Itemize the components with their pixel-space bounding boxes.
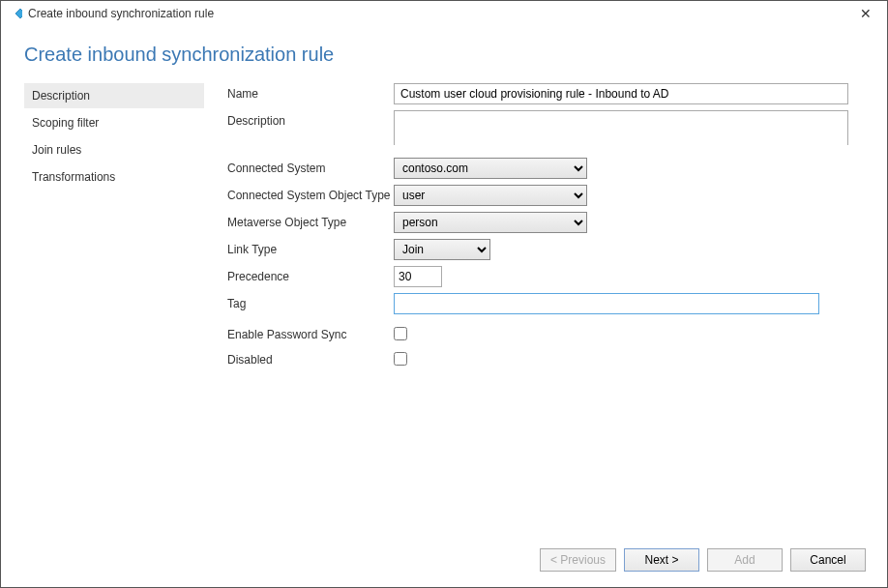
app-icon [9, 7, 22, 20]
connected-system-object-type-label: Connected System Object Type [227, 185, 394, 202]
connected-system-select[interactable]: contoso.com [394, 158, 587, 179]
add-button[interactable]: Add [707, 548, 783, 572]
sidebar-item-label: Transformations [32, 170, 115, 184]
button-bar: < Previous Next > Add Cancel [540, 548, 866, 572]
connected-system-object-type-select[interactable]: user [394, 185, 587, 206]
svg-rect-0 [15, 9, 22, 18]
sidebar-item-join-rules[interactable]: Join rules [24, 137, 204, 162]
close-icon[interactable]: ✕ [852, 5, 879, 22]
description-label: Description [227, 110, 394, 128]
link-type-label: Link Type [227, 239, 394, 256]
page-title: Create inbound synchronization rule [24, 44, 864, 66]
form-panel: Name Description Connected System contos… [227, 83, 864, 374]
precedence-input[interactable] [394, 266, 442, 287]
sidebar-item-label: Scoping filter [32, 116, 99, 130]
tag-label: Tag [227, 293, 394, 310]
enable-password-sync-checkbox[interactable] [394, 327, 407, 340]
metaverse-object-type-label: Metaverse Object Type [227, 212, 394, 229]
previous-button[interactable]: < Previous [540, 548, 616, 572]
disabled-checkbox[interactable] [394, 352, 407, 366]
cancel-button[interactable]: Cancel [790, 548, 866, 572]
connected-system-label: Connected System [227, 158, 394, 175]
precedence-label: Precedence [227, 266, 394, 283]
disabled-label: Disabled [227, 349, 394, 367]
sidebar-item-description[interactable]: Description [24, 83, 204, 108]
titlebar: Create inbound synchronization rule ✕ [1, 1, 887, 26]
sidebar-item-transformations[interactable]: Transformations [24, 164, 204, 190]
sidebar-item-scoping-filter[interactable]: Scoping filter [24, 110, 204, 135]
window-title: Create inbound synchronization rule [28, 7, 214, 20]
metaverse-object-type-select[interactable]: person [394, 212, 587, 233]
wizard-sidebar: Description Scoping filter Join rules Tr… [24, 83, 204, 374]
sidebar-item-label: Join rules [32, 143, 81, 157]
description-input[interactable] [394, 110, 848, 145]
link-type-select[interactable]: Join [394, 239, 490, 260]
enable-password-sync-label: Enable Password Sync [227, 324, 394, 341]
next-button[interactable]: Next > [624, 548, 699, 572]
tag-input[interactable] [394, 293, 819, 314]
name-label: Name [227, 83, 394, 101]
name-input[interactable] [394, 83, 848, 104]
sidebar-item-label: Description [32, 89, 90, 103]
